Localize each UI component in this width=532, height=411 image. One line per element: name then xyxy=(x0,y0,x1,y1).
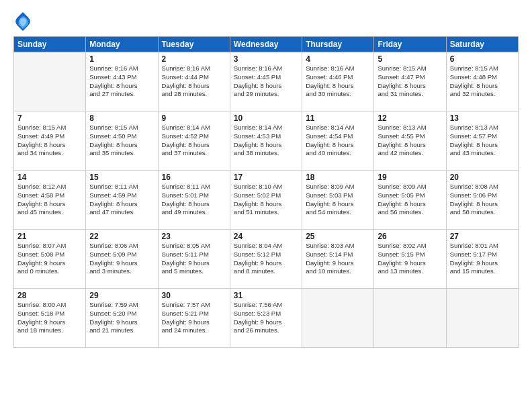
calendar-cell: 2Sunrise: 8:16 AM Sunset: 4:44 PM Daylig… xyxy=(158,52,230,111)
calendar-cell: 24Sunrise: 8:04 AM Sunset: 5:12 PM Dayli… xyxy=(230,230,302,289)
calendar-cell: 23Sunrise: 8:05 AM Sunset: 5:11 PM Dayli… xyxy=(158,230,230,289)
day-info: Sunrise: 8:15 AM Sunset: 4:48 PM Dayligh… xyxy=(450,64,515,99)
calendar-week-2: 7Sunrise: 8:15 AM Sunset: 4:49 PM Daylig… xyxy=(14,111,519,171)
day-number: 22 xyxy=(89,232,154,241)
weekday-header-sunday: Sunday xyxy=(14,37,86,52)
calendar-table: SundayMondayTuesdayWednesdayThursdayFrid… xyxy=(13,36,519,348)
day-number: 1 xyxy=(89,54,154,64)
calendar-cell: 6Sunrise: 8:15 AM Sunset: 4:48 PM Daylig… xyxy=(446,52,518,111)
calendar-cell: 16Sunrise: 8:11 AM Sunset: 5:01 PM Dayli… xyxy=(158,171,230,230)
weekday-header-tuesday: Tuesday xyxy=(158,37,230,52)
day-number: 7 xyxy=(17,113,82,123)
day-number: 4 xyxy=(306,54,370,64)
day-number: 5 xyxy=(378,54,442,64)
day-info: Sunrise: 8:14 AM Sunset: 4:54 PM Dayligh… xyxy=(306,124,370,158)
day-number: 9 xyxy=(162,113,226,123)
day-number: 3 xyxy=(234,54,298,64)
day-number: 20 xyxy=(450,173,515,182)
day-number: 6 xyxy=(450,54,515,64)
day-number: 14 xyxy=(17,173,82,182)
day-number: 13 xyxy=(450,113,515,123)
calendar-week-3: 14Sunrise: 8:12 AM Sunset: 4:58 PM Dayli… xyxy=(14,171,519,230)
day-info: Sunrise: 8:12 AM Sunset: 4:58 PM Dayligh… xyxy=(17,183,82,217)
weekday-header-wednesday: Wednesday xyxy=(230,37,302,52)
weekday-header-thursday: Thursday xyxy=(302,37,374,52)
weekday-header-row: SundayMondayTuesdayWednesdayThursdayFrid… xyxy=(14,37,519,52)
calendar-cell: 11Sunrise: 8:14 AM Sunset: 4:54 PM Dayli… xyxy=(302,111,374,171)
day-number: 12 xyxy=(378,113,442,123)
day-info: Sunrise: 8:16 AM Sunset: 4:45 PM Dayligh… xyxy=(234,64,298,99)
day-info: Sunrise: 8:01 AM Sunset: 5:17 PM Dayligh… xyxy=(450,242,515,276)
day-info: Sunrise: 8:15 AM Sunset: 4:49 PM Dayligh… xyxy=(17,124,82,158)
calendar-cell: 19Sunrise: 8:09 AM Sunset: 5:05 PM Dayli… xyxy=(374,171,446,230)
day-number: 11 xyxy=(306,113,370,123)
calendar-cell: 21Sunrise: 8:07 AM Sunset: 5:08 PM Dayli… xyxy=(14,230,86,289)
day-info: Sunrise: 8:14 AM Sunset: 4:53 PM Dayligh… xyxy=(234,124,298,158)
day-number: 31 xyxy=(234,291,298,300)
header xyxy=(13,12,519,31)
calendar-cell: 20Sunrise: 8:08 AM Sunset: 5:06 PM Dayli… xyxy=(446,171,518,230)
page: SundayMondayTuesdayWednesdayThursdayFrid… xyxy=(0,0,532,411)
day-info: Sunrise: 8:11 AM Sunset: 4:59 PM Dayligh… xyxy=(89,183,154,217)
day-number: 15 xyxy=(89,173,154,182)
calendar-cell: 12Sunrise: 8:13 AM Sunset: 4:55 PM Dayli… xyxy=(374,111,446,171)
day-info: Sunrise: 8:05 AM Sunset: 5:11 PM Dayligh… xyxy=(162,242,226,276)
calendar-cell: 14Sunrise: 8:12 AM Sunset: 4:58 PM Dayli… xyxy=(14,171,86,230)
calendar-cell xyxy=(14,52,86,111)
calendar-cell xyxy=(374,289,446,348)
calendar-cell: 31Sunrise: 7:56 AM Sunset: 5:23 PM Dayli… xyxy=(230,289,302,348)
day-number: 24 xyxy=(234,232,298,241)
day-info: Sunrise: 7:57 AM Sunset: 5:21 PM Dayligh… xyxy=(162,301,226,335)
logo-icon xyxy=(13,12,32,31)
calendar-cell: 7Sunrise: 8:15 AM Sunset: 4:49 PM Daylig… xyxy=(14,111,86,171)
calendar-week-5: 28Sunrise: 8:00 AM Sunset: 5:18 PM Dayli… xyxy=(14,289,519,348)
calendar-week-4: 21Sunrise: 8:07 AM Sunset: 5:08 PM Dayli… xyxy=(14,230,519,289)
calendar-cell: 9Sunrise: 8:14 AM Sunset: 4:52 PM Daylig… xyxy=(158,111,230,171)
day-info: Sunrise: 8:09 AM Sunset: 5:03 PM Dayligh… xyxy=(306,183,370,217)
calendar-cell xyxy=(302,289,374,348)
calendar-cell: 28Sunrise: 8:00 AM Sunset: 5:18 PM Dayli… xyxy=(14,289,86,348)
day-info: Sunrise: 8:16 AM Sunset: 4:46 PM Dayligh… xyxy=(306,64,370,99)
calendar-cell: 25Sunrise: 8:03 AM Sunset: 5:14 PM Dayli… xyxy=(302,230,374,289)
calendar-cell: 30Sunrise: 7:57 AM Sunset: 5:21 PM Dayli… xyxy=(158,289,230,348)
calendar-cell xyxy=(446,289,518,348)
calendar-cell: 27Sunrise: 8:01 AM Sunset: 5:17 PM Dayli… xyxy=(446,230,518,289)
calendar-cell: 13Sunrise: 8:13 AM Sunset: 4:57 PM Dayli… xyxy=(446,111,518,171)
day-info: Sunrise: 8:16 AM Sunset: 4:44 PM Dayligh… xyxy=(162,64,226,99)
day-info: Sunrise: 7:56 AM Sunset: 5:23 PM Dayligh… xyxy=(234,301,298,335)
calendar-cell: 3Sunrise: 8:16 AM Sunset: 4:45 PM Daylig… xyxy=(230,52,302,111)
day-number: 8 xyxy=(89,113,154,123)
calendar-cell: 22Sunrise: 8:06 AM Sunset: 5:09 PM Dayli… xyxy=(86,230,158,289)
weekday-header-saturday: Saturday xyxy=(446,37,518,52)
calendar-cell: 10Sunrise: 8:14 AM Sunset: 4:53 PM Dayli… xyxy=(230,111,302,171)
day-info: Sunrise: 8:09 AM Sunset: 5:05 PM Dayligh… xyxy=(378,183,442,217)
day-number: 21 xyxy=(17,232,82,241)
day-number: 29 xyxy=(89,291,154,300)
day-info: Sunrise: 8:00 AM Sunset: 5:18 PM Dayligh… xyxy=(17,301,82,335)
day-number: 2 xyxy=(162,54,226,64)
day-info: Sunrise: 7:59 AM Sunset: 5:20 PM Dayligh… xyxy=(89,301,154,335)
day-info: Sunrise: 8:13 AM Sunset: 4:57 PM Dayligh… xyxy=(450,124,515,158)
day-info: Sunrise: 8:02 AM Sunset: 5:15 PM Dayligh… xyxy=(378,242,442,276)
day-number: 26 xyxy=(378,232,442,241)
calendar-cell: 4Sunrise: 8:16 AM Sunset: 4:46 PM Daylig… xyxy=(302,52,374,111)
day-info: Sunrise: 8:11 AM Sunset: 5:01 PM Dayligh… xyxy=(162,183,226,217)
day-info: Sunrise: 8:06 AM Sunset: 5:09 PM Dayligh… xyxy=(89,242,154,276)
calendar-cell: 5Sunrise: 8:15 AM Sunset: 4:47 PM Daylig… xyxy=(374,52,446,111)
calendar-cell: 15Sunrise: 8:11 AM Sunset: 4:59 PM Dayli… xyxy=(86,171,158,230)
calendar-cell: 29Sunrise: 7:59 AM Sunset: 5:20 PM Dayli… xyxy=(86,289,158,348)
day-number: 17 xyxy=(234,173,298,182)
day-number: 30 xyxy=(162,291,226,300)
day-info: Sunrise: 8:07 AM Sunset: 5:08 PM Dayligh… xyxy=(17,242,82,276)
day-info: Sunrise: 8:14 AM Sunset: 4:52 PM Dayligh… xyxy=(162,124,226,158)
day-number: 27 xyxy=(450,232,515,241)
day-info: Sunrise: 8:15 AM Sunset: 4:50 PM Dayligh… xyxy=(89,124,154,158)
day-info: Sunrise: 8:15 AM Sunset: 4:47 PM Dayligh… xyxy=(378,64,442,99)
day-info: Sunrise: 8:04 AM Sunset: 5:12 PM Dayligh… xyxy=(234,242,298,276)
day-number: 10 xyxy=(234,113,298,123)
logo xyxy=(13,12,35,31)
day-info: Sunrise: 8:10 AM Sunset: 5:02 PM Dayligh… xyxy=(234,183,298,217)
day-number: 23 xyxy=(162,232,226,241)
calendar-cell: 18Sunrise: 8:09 AM Sunset: 5:03 PM Dayli… xyxy=(302,171,374,230)
day-number: 28 xyxy=(17,291,82,300)
